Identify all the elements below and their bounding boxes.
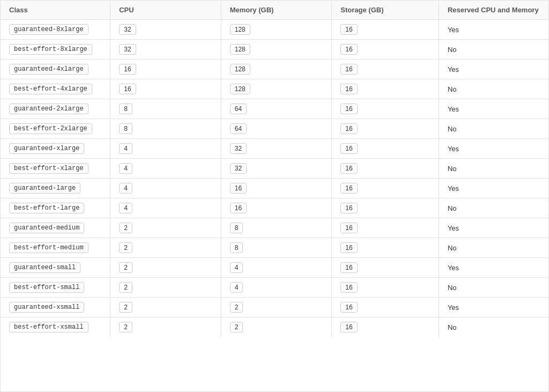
storage-value: 16 xyxy=(340,44,357,55)
reserved-value: Yes xyxy=(448,65,459,73)
cpu-value: 2 xyxy=(119,282,132,293)
cell-reserved: Yes xyxy=(439,60,548,79)
cell-memory: 8 xyxy=(221,218,332,238)
class-badge: best-effort-2xlarge xyxy=(9,123,92,134)
memory-value: 64 xyxy=(230,123,247,134)
memory-value: 2 xyxy=(230,322,243,332)
cpu-value: 4 xyxy=(119,163,132,174)
cell-memory: 32 xyxy=(221,159,332,179)
cell-class: guaranteed-8xlarge xyxy=(1,20,110,40)
cell-memory: 64 xyxy=(221,119,332,139)
cell-cpu: 8 xyxy=(110,119,221,139)
cell-cpu: 2 xyxy=(110,278,221,298)
table-row: best-effort-xsmall 2 2 16 No xyxy=(1,317,548,337)
table-row: guaranteed-medium 2 8 16 Yes xyxy=(1,218,548,238)
cell-memory: 32 xyxy=(221,139,332,159)
memory-value: 32 xyxy=(230,143,247,154)
reserved-value: Yes xyxy=(448,26,459,34)
reserved-value: No xyxy=(448,125,457,133)
cell-reserved: Yes xyxy=(439,20,548,40)
cell-class: best-effort-8xlarge xyxy=(1,40,110,60)
class-badge: guaranteed-8xlarge xyxy=(9,24,88,35)
table-row: best-effort-medium 2 8 16 No xyxy=(1,238,548,258)
memory-value: 32 xyxy=(230,163,247,174)
cell-memory: 16 xyxy=(221,198,332,218)
cell-reserved: No xyxy=(439,119,548,139)
cell-memory: 4 xyxy=(221,278,332,298)
storage-value: 16 xyxy=(340,282,357,293)
storage-value: 16 xyxy=(340,203,357,213)
cell-reserved: No xyxy=(439,40,548,60)
cell-cpu: 4 xyxy=(110,139,221,159)
cell-storage: 16 xyxy=(332,179,439,198)
cell-memory: 8 xyxy=(221,238,332,258)
table-row: guaranteed-4xlarge 16 128 16 Yes xyxy=(1,60,548,79)
cpu-value: 16 xyxy=(119,84,136,94)
reserved-value: No xyxy=(448,165,457,173)
reserved-value: No xyxy=(448,85,457,93)
header-cpu: CPU xyxy=(110,1,221,20)
table-header-row: Class CPU Memory (GB) Storage (GB) Reser… xyxy=(1,1,548,20)
memory-value: 16 xyxy=(230,203,247,213)
storage-value: 16 xyxy=(340,123,357,134)
reserved-value: No xyxy=(448,284,457,292)
cell-memory: 16 xyxy=(221,179,332,198)
cell-storage: 16 xyxy=(332,198,439,218)
cell-storage: 16 xyxy=(332,139,439,159)
cell-storage: 16 xyxy=(332,298,439,317)
cell-storage: 16 xyxy=(332,317,439,337)
cpu-value: 2 xyxy=(119,322,132,332)
storage-value: 16 xyxy=(340,24,357,35)
cell-storage: 16 xyxy=(332,79,439,99)
memory-value: 4 xyxy=(230,282,243,293)
header-memory: Memory (GB) xyxy=(221,1,332,20)
cell-class: best-effort-xsmall xyxy=(1,317,110,337)
cpu-value: 4 xyxy=(119,183,132,194)
cell-class: guaranteed-xsmall xyxy=(1,298,110,317)
cell-cpu: 32 xyxy=(110,20,221,40)
header-reserved: Reserved CPU and Memory xyxy=(439,1,548,20)
header-storage: Storage (GB) xyxy=(332,1,439,20)
cell-cpu: 8 xyxy=(110,99,221,119)
cell-storage: 16 xyxy=(332,238,439,258)
cell-cpu: 2 xyxy=(110,298,221,317)
reserved-value: No xyxy=(448,244,457,252)
cpu-value: 32 xyxy=(119,24,136,35)
cell-class: best-effort-2xlarge xyxy=(1,119,110,139)
table-row: guaranteed-xlarge 4 32 16 Yes xyxy=(1,139,548,159)
table-row: best-effort-2xlarge 8 64 16 No xyxy=(1,119,548,139)
storage-value: 16 xyxy=(340,183,357,194)
storage-value: 16 xyxy=(340,242,357,253)
cpu-value: 2 xyxy=(119,242,132,253)
reserved-value: No xyxy=(448,323,457,331)
cell-reserved: No xyxy=(439,79,548,99)
memory-value: 4 xyxy=(230,262,243,273)
memory-value: 8 xyxy=(230,242,243,253)
cell-storage: 16 xyxy=(332,278,439,298)
memory-value: 8 xyxy=(230,223,243,233)
cell-cpu: 2 xyxy=(110,238,221,258)
cpu-value: 2 xyxy=(119,302,132,313)
storage-value: 16 xyxy=(340,322,357,332)
cell-storage: 16 xyxy=(332,119,439,139)
cell-memory: 64 xyxy=(221,99,332,119)
table-row: best-effort-large 4 16 16 No xyxy=(1,198,548,218)
class-badge: guaranteed-small xyxy=(9,262,80,273)
cell-storage: 16 xyxy=(332,218,439,238)
cell-storage: 16 xyxy=(332,159,439,179)
table-row: guaranteed-small 2 4 16 Yes xyxy=(1,258,548,278)
cpu-value: 8 xyxy=(119,103,132,114)
cell-cpu: 4 xyxy=(110,198,221,218)
cell-storage: 16 xyxy=(332,99,439,119)
cell-reserved: Yes xyxy=(439,99,548,119)
cpu-value: 32 xyxy=(119,44,136,55)
class-badge: best-effort-medium xyxy=(9,242,88,253)
class-badge: guaranteed-xlarge xyxy=(9,143,84,154)
cell-cpu: 4 xyxy=(110,159,221,179)
cell-reserved: No xyxy=(439,198,548,218)
table-row: guaranteed-xsmall 2 2 16 Yes xyxy=(1,298,548,317)
class-badge: guaranteed-medium xyxy=(9,223,84,233)
memory-value: 2 xyxy=(230,302,243,313)
reserved-value: No xyxy=(448,46,457,54)
storage-value: 16 xyxy=(340,163,357,174)
